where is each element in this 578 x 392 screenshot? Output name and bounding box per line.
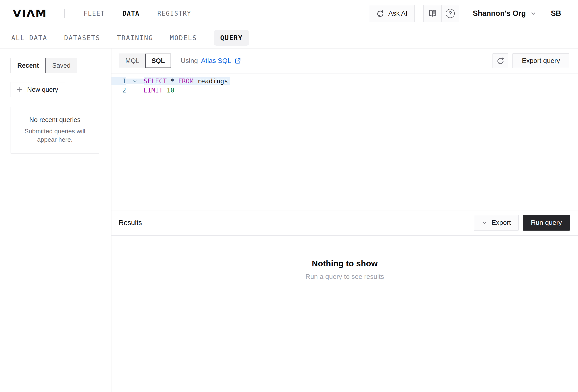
- ai-refresh-sparkle-icon: [496, 56, 505, 65]
- line-number-1: 1: [111, 77, 126, 85]
- results-empty-state: Nothing to show Run a query to see resul…: [111, 236, 578, 392]
- main-area: Recent Saved New query No recent queries…: [0, 49, 578, 392]
- code-line-2[interactable]: 2 LIMIT 10: [111, 86, 578, 95]
- new-query-label: New query: [27, 86, 58, 94]
- top-header: VIΛM FLEET DATA REGISTRY Ask AI: [0, 0, 578, 27]
- recent-empty-title: No recent queries: [29, 116, 81, 124]
- query-content: MQL SQL Using Atlas SQL: [111, 49, 578, 392]
- data-subnav: ALL DATA DATASETS TRAINING MODELS QUERY: [0, 27, 578, 49]
- query-toolbar: MQL SQL Using Atlas SQL: [111, 49, 578, 74]
- recent-saved-tabs: Recent Saved: [11, 58, 111, 73]
- query-mode-toggle: MQL SQL: [119, 53, 171, 68]
- using-label: Using: [181, 57, 198, 65]
- subnav-all-data[interactable]: ALL DATA: [11, 34, 47, 42]
- tab-saved[interactable]: Saved: [46, 58, 77, 73]
- sql-code-editor[interactable]: 1 SELECT * FROM readings 2 LIMIT 10: [111, 74, 578, 210]
- org-switcher[interactable]: Shannon's Org: [473, 9, 536, 18]
- ai-generate-query-button[interactable]: [492, 53, 508, 68]
- fold-chevron-icon[interactable]: [126, 79, 144, 84]
- mode-sql[interactable]: SQL: [145, 53, 171, 68]
- subnav-query[interactable]: QUERY: [214, 30, 249, 46]
- top-nav-data[interactable]: DATA: [123, 10, 140, 17]
- subnav-models[interactable]: MODELS: [170, 34, 197, 42]
- export-query-button[interactable]: Export query: [512, 53, 569, 68]
- results-empty-subtitle: Run a query to see results: [306, 273, 384, 281]
- line-number-2: 2: [111, 87, 126, 94]
- external-link-icon: [234, 57, 241, 64]
- atlas-sql-link[interactable]: Atlas SQL: [201, 57, 241, 65]
- code-line-1[interactable]: 1 SELECT * FROM readings: [111, 76, 578, 86]
- tab-recent[interactable]: Recent: [11, 58, 46, 73]
- results-empty-title: Nothing to show: [312, 259, 378, 268]
- top-nav: FLEET DATA REGISTRY: [84, 10, 191, 17]
- top-nav-fleet[interactable]: FLEET: [84, 10, 105, 17]
- user-avatar-initials[interactable]: SB: [551, 9, 561, 18]
- question-mark-icon: ?: [446, 9, 455, 18]
- subnav-datasets[interactable]: DATASETS: [64, 34, 100, 42]
- mode-mql[interactable]: MQL: [119, 53, 145, 68]
- help-button[interactable]: ?: [441, 5, 459, 22]
- top-nav-registry[interactable]: REGISTRY: [157, 10, 191, 17]
- header-icon-group: ?: [423, 5, 459, 22]
- code-text-line-1: SELECT * FROM readings: [144, 77, 230, 85]
- ask-ai-button[interactable]: Ask AI: [369, 5, 415, 22]
- recent-queries-empty-panel: No recent queries Submitted queries will…: [11, 107, 99, 153]
- code-text-line-2: LIMIT 10: [144, 87, 176, 94]
- header-divider: [64, 9, 65, 18]
- viam-logo[interactable]: VIΛM: [13, 7, 47, 19]
- plus-icon: [16, 86, 23, 93]
- run-query-button[interactable]: Run query: [523, 215, 570, 231]
- results-title: Results: [119, 219, 142, 227]
- new-query-button[interactable]: New query: [11, 82, 65, 97]
- ask-ai-label: Ask AI: [388, 10, 407, 17]
- query-sidebar: Recent Saved New query No recent queries…: [0, 49, 111, 392]
- chevron-down-icon: [482, 220, 487, 226]
- subnav-training[interactable]: TRAINING: [117, 34, 153, 42]
- results-toolbar: Results Export Run query: [111, 210, 578, 236]
- chevron-down-icon: [530, 10, 536, 17]
- docs-button[interactable]: [424, 5, 441, 22]
- export-results-button[interactable]: Export: [474, 215, 519, 231]
- using-atlas-sql: Using Atlas SQL: [181, 57, 241, 65]
- recent-empty-subtitle: Submitted queries will appear here.: [19, 127, 91, 144]
- ai-refresh-sparkle-icon: [376, 9, 385, 18]
- open-book-icon: [428, 9, 437, 18]
- org-name: Shannon's Org: [473, 9, 526, 18]
